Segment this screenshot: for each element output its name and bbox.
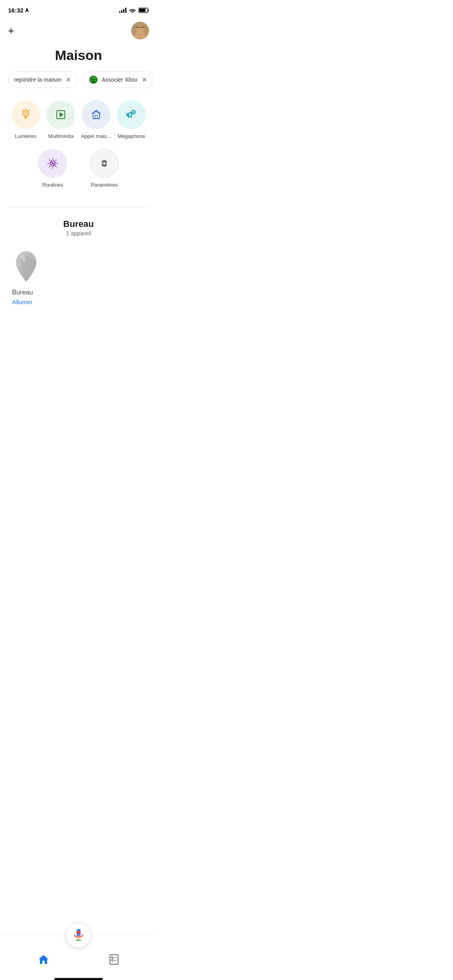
svg-line-32: [56, 166, 56, 167]
divider-1: [8, 207, 149, 208]
megaphone-icon: [125, 108, 138, 121]
svg-line-30: [56, 160, 56, 161]
megaphone-label: Mégaphone: [118, 133, 145, 139]
battery-icon: [139, 8, 149, 13]
action-multimedia[interactable]: Multimédia: [45, 100, 77, 139]
device-name: Bureau: [12, 289, 33, 296]
location-icon: [25, 8, 29, 12]
appel-label: Appel mais...: [81, 133, 111, 139]
svg-rect-2: [148, 9, 149, 11]
parametres-label: Paramètres: [91, 182, 118, 188]
chip-xbox[interactable]: Associer Xbox ✕: [83, 71, 153, 88]
action-appel[interactable]: Appel mais...: [80, 100, 112, 139]
device-card: Bureau Allumer: [0, 243, 157, 313]
play-icon: [54, 108, 67, 121]
svg-point-16: [24, 112, 27, 115]
sun-icon: [46, 157, 59, 170]
wifi-icon: [129, 8, 136, 13]
device-icon-wrapper: [12, 249, 40, 286]
svg-line-15: [23, 110, 23, 111]
status-bar: 16:32: [0, 0, 157, 18]
chip-maison[interactable]: rejoindre la maison ✕: [8, 71, 78, 88]
gear-icon: [98, 157, 111, 170]
room-device-count: 1 appareil: [8, 230, 149, 237]
actions-row-1: Lumières Multimédia Appel ma: [8, 100, 149, 139]
svg-marker-0: [25, 8, 29, 12]
status-icons: [119, 7, 149, 13]
chip-xbox-label: Associer Xbox: [101, 76, 137, 83]
add-button[interactable]: +: [8, 25, 14, 36]
svg-marker-18: [60, 112, 64, 117]
routines-label: Routines: [42, 182, 63, 188]
appel-circle: [82, 100, 111, 129]
room-name: Bureau: [8, 219, 149, 229]
svg-line-14: [28, 110, 29, 111]
chip-xbox-close[interactable]: ✕: [142, 76, 147, 84]
avatar[interactable]: [131, 22, 149, 39]
xbox-icon: [89, 75, 98, 84]
action-routines[interactable]: Routines: [37, 149, 69, 188]
top-bar: +: [0, 18, 157, 43]
time-display: 16:32: [8, 7, 23, 14]
multimedia-circle: [46, 100, 75, 129]
svg-rect-7: [135, 27, 145, 28]
svg-rect-19: [95, 115, 97, 119]
chip-maison-label: rejoindre la maison: [14, 76, 62, 83]
parametres-circle: [90, 149, 119, 178]
status-time: 16:32: [8, 7, 29, 14]
megaphone-circle: [117, 100, 146, 129]
routines-circle: [38, 149, 67, 178]
chip-maison-close[interactable]: ✕: [66, 76, 71, 84]
svg-line-33: [51, 161, 55, 165]
page-title: Maison: [0, 43, 157, 71]
room-section: Bureau 1 appareil: [0, 209, 157, 243]
lumieres-label: Lumières: [15, 133, 36, 139]
lumieres-circle: [11, 100, 40, 129]
action-megaphone[interactable]: Mégaphone: [115, 100, 147, 139]
bulb-icon: [19, 108, 32, 121]
action-lumieres[interactable]: Lumières: [10, 100, 42, 139]
svg-point-8: [138, 29, 139, 30]
actions-row-2: Routines Paramètres: [8, 149, 149, 188]
svg-point-6: [135, 31, 145, 39]
quick-actions: Lumières Multimédia Appel ma: [0, 96, 157, 206]
avatar-image: [131, 22, 149, 39]
device-action-button[interactable]: Allumer: [12, 299, 33, 305]
device-icon: [12, 249, 40, 286]
svg-point-9: [141, 29, 142, 30]
phone-home-icon: [90, 108, 103, 121]
action-parametres[interactable]: Paramètres: [88, 149, 120, 188]
svg-line-31: [50, 166, 50, 167]
svg-rect-3: [139, 8, 146, 12]
multimedia-label: Multimédia: [48, 133, 74, 139]
svg-line-29: [50, 160, 50, 161]
signal-icon: [119, 7, 126, 13]
svg-point-11: [92, 78, 95, 81]
suggestion-chips: rejoindre la maison ✕ Associer Xbox ✕: [0, 71, 157, 96]
